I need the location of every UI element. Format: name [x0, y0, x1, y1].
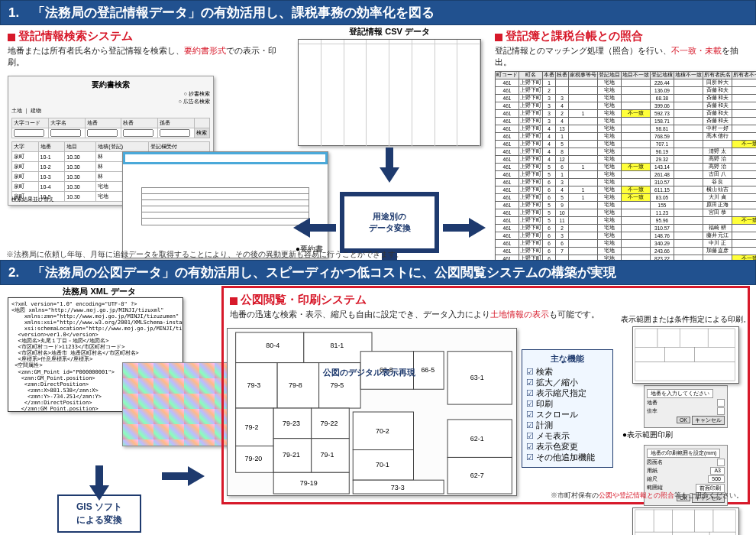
svg-rect-42	[680, 329, 708, 347]
cadastral-map[interactable]: 80-4 81-1 79-3 79-8 79-5 66-8 66-5 63-1 …	[227, 328, 517, 496]
svg-text:79-1: 79-1	[321, 451, 334, 459]
svg-rect-52	[713, 510, 735, 532]
map-title: 公図閲覧・印刷システム	[230, 293, 741, 307]
features-box: 主な機能 検索拡大／縮小表示縮尺指定印刷スクロール計測メモ表示表示色変更その他追…	[522, 349, 613, 468]
cancel-button[interactable]: キャンセル	[692, 416, 725, 425]
print-label-1: ●表示範囲印刷	[622, 430, 751, 440]
feature-item: スクロール	[526, 410, 609, 420]
svg-rect-51	[695, 510, 713, 532]
arrow-right-icon	[162, 466, 208, 486]
svg-rect-43	[708, 329, 735, 347]
right-desc: 登記情報とのマッチング処理（照合）を行い、不一致・未載を抽出。	[495, 45, 751, 68]
svg-rect-53	[635, 532, 673, 535]
svg-text:70-1: 70-1	[376, 461, 389, 469]
svg-text:79-19: 79-19	[300, 479, 318, 487]
digital-label: 公図のデジタル表示再現	[323, 367, 415, 378]
csv-table	[298, 39, 481, 146]
print-preview-2	[632, 507, 739, 535]
arrow-down-icon	[380, 148, 399, 186]
svg-rect-49	[654, 510, 672, 532]
ok-button[interactable]: OK	[677, 417, 690, 423]
search-button[interactable]: 検索	[194, 128, 209, 138]
left-title: 登記情報検索システム	[8, 29, 286, 44]
svg-text:79-2: 79-2	[245, 423, 259, 431]
svg-text:73-3: 73-3	[391, 484, 405, 491]
svg-text:66-5: 66-5	[421, 366, 435, 374]
svg-text:62-1: 62-1	[470, 435, 484, 443]
feature-item: 検索	[526, 367, 609, 378]
svg-rect-47	[635, 362, 735, 381]
arrow-down-icon	[89, 465, 109, 488]
svg-text:79-8: 79-8	[289, 381, 302, 389]
svg-text:70-2: 70-2	[376, 427, 389, 435]
footnote: ※市町村保有の公図や登記情報との照合等もご用命ください。	[551, 491, 743, 501]
svg-rect-44	[635, 347, 665, 362]
csv-title: 登記情報 CSV データ	[290, 26, 489, 37]
right-title: 登記簿と課税台帳との照合	[495, 29, 751, 44]
search-inputs[interactable]: 大字コード大字名地番枝番孫番 検索	[11, 118, 210, 138]
svg-text:80-4: 80-4	[266, 342, 279, 349]
svg-rect-40	[635, 329, 657, 347]
feature-item: 表示縮尺指定	[526, 388, 609, 399]
svg-text:79-20: 79-20	[245, 455, 263, 462]
svg-text:79-22: 79-22	[321, 420, 338, 427]
print-dialog-1[interactable]: 地番を入力してください 地番 倍率 OKキャンセル	[644, 385, 728, 428]
print-desc: 表示範囲または条件指定による印刷。	[621, 314, 751, 325]
match-table: 町コード町名本番枝番家税事等号登記地目地目不一致登記地積地積不一致所有者氏名所有…	[495, 71, 756, 271]
svg-text:81-1: 81-1	[331, 342, 344, 349]
svg-rect-50	[672, 510, 694, 532]
print-preview-1	[632, 326, 739, 384]
feature-item: 印刷	[526, 399, 609, 410]
section2-bar: 2. 「法務局の公図データ」の有効活用し、スピーディかつ低コストに、公図閲覧シス…	[0, 260, 756, 285]
feature-item: メモ表示	[526, 431, 609, 442]
left-desc: 地番または所有者氏名から登記情報を検索し、要約書形式での表示・印刷。	[8, 45, 286, 68]
svg-text:79-21: 79-21	[283, 451, 300, 459]
svg-text:63-1: 63-1	[470, 374, 484, 381]
svg-text:79-23: 79-23	[283, 420, 300, 427]
svg-rect-48	[635, 510, 654, 532]
svg-rect-45	[665, 347, 695, 362]
feature-item: その他追加機能	[526, 452, 609, 463]
svg-text:62-7: 62-7	[470, 472, 484, 479]
svg-rect-54	[672, 532, 709, 535]
svg-rect-41	[657, 329, 680, 347]
xml-title: 法務局 XML データ	[8, 286, 191, 297]
section1-note: ※法務局に依頼し年毎、月毎に追録データを取得することにより、その後の異動更新も容…	[6, 249, 403, 260]
feature-item: 計測	[526, 420, 609, 431]
svg-rect-55	[709, 532, 735, 535]
section1-bar: 1. 「法務局の登記情報データ」の有効活用し、課税事務の効率化を図る	[0, 0, 756, 25]
arrow-right-icon	[443, 218, 489, 238]
svg-text:79-3: 79-3	[247, 381, 261, 389]
sort-label: 検索結果並び替え	[11, 196, 54, 203]
map-system-panel: 公図閲覧・印刷システム 地番の迅速な検索・表示、縮尺も自由に設定でき、データ入力…	[221, 286, 750, 504]
feature-item: 表示色変更	[526, 442, 609, 452]
feature-item: 拡大／縮小	[526, 378, 609, 388]
svg-rect-46	[695, 347, 735, 362]
arrow-left-icon	[290, 218, 336, 238]
code-input[interactable]	[14, 129, 44, 137]
svg-text:79-5: 79-5	[331, 381, 344, 389]
panel-title: 要約書検索	[11, 79, 210, 90]
